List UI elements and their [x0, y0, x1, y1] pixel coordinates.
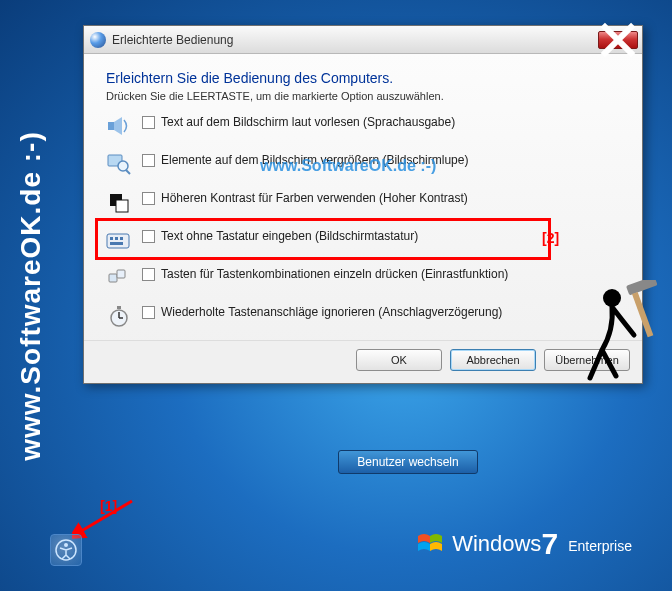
- svg-rect-10: [120, 237, 123, 240]
- checkbox[interactable]: [142, 154, 155, 167]
- close-button[interactable]: [598, 31, 638, 49]
- dialog-heading: Erleichtern Sie die Bedienung des Comput…: [106, 70, 620, 86]
- cancel-button[interactable]: Abbrechen: [450, 349, 536, 371]
- svg-rect-24: [632, 292, 653, 337]
- sticky-keys-icon: [106, 266, 132, 290]
- options-list: Text auf dem Bildschirm laut vorlesen (S…: [106, 114, 620, 328]
- brand-edition: Enterprise: [568, 538, 632, 554]
- speaker-icon: [106, 114, 132, 138]
- switch-user-button[interactable]: Benutzer wechseln: [338, 450, 478, 474]
- svg-point-22: [603, 289, 621, 307]
- stopwatch-icon: [106, 304, 132, 328]
- magnifier-icon: [106, 152, 132, 176]
- checkbox[interactable]: [142, 192, 155, 205]
- option-label: Wiederholte Tastenanschläge ignorieren (…: [161, 304, 502, 321]
- ease-of-access-icon: [90, 32, 106, 48]
- svg-rect-23: [626, 280, 658, 295]
- ok-button[interactable]: OK: [356, 349, 442, 371]
- svg-rect-0: [108, 122, 114, 130]
- svg-line-4: [126, 170, 130, 174]
- svg-rect-15: [117, 306, 121, 309]
- option-filter-keys[interactable]: Wiederholte Tastenanschläge ignorieren (…: [106, 304, 620, 328]
- windows-logo-icon: [416, 530, 444, 558]
- brand-name: Windows: [452, 531, 541, 556]
- svg-rect-7: [107, 234, 129, 248]
- close-icon: [599, 21, 637, 59]
- checkbox[interactable]: [142, 306, 155, 319]
- dialog-title: Erleichterte Bedienung: [112, 33, 598, 47]
- svg-marker-1: [114, 117, 122, 135]
- annotation-marker-1: [1]: [100, 498, 117, 514]
- keyboard-icon: [106, 228, 132, 252]
- option-label: Text ohne Tastatur eingeben (Bildschirmt…: [161, 228, 418, 245]
- option-sticky-keys[interactable]: Tasten für Tastenkombinationen einzeln d…: [106, 266, 620, 290]
- dialog-subheading: Drücken Sie die LEERTASTE, um die markie…: [106, 90, 620, 102]
- titlebar[interactable]: Erleichterte Bedienung: [84, 26, 642, 54]
- option-label: Text auf dem Bildschirm laut vorlesen (S…: [161, 114, 455, 131]
- windows-brand: Windows7 Enterprise: [416, 527, 632, 561]
- option-narrator[interactable]: Text auf dem Bildschirm laut vorlesen (S…: [106, 114, 620, 138]
- ease-of-access-button[interactable]: [50, 534, 82, 566]
- option-label: Tasten für Tastenkombinationen einzeln d…: [161, 266, 508, 283]
- checkbox[interactable]: [142, 268, 155, 281]
- hammer-figure-icon: [552, 280, 662, 390]
- svg-rect-9: [115, 237, 118, 240]
- checkbox[interactable]: [142, 116, 155, 129]
- svg-rect-12: [109, 274, 117, 282]
- option-label: Höheren Kontrast für Farben verwenden (H…: [161, 190, 468, 207]
- svg-rect-11: [110, 242, 123, 245]
- inline-watermark: www.SoftwareOK.de :-): [260, 157, 436, 175]
- svg-rect-8: [110, 237, 113, 240]
- sidebar-watermark: www.SoftwareOK.de :-): [15, 131, 47, 461]
- svg-rect-6: [116, 200, 128, 212]
- ease-of-access-icon: [55, 539, 77, 561]
- brand-version: 7: [541, 527, 558, 560]
- option-high-contrast[interactable]: Höheren Kontrast für Farben verwenden (H…: [106, 190, 620, 214]
- annotation-marker-2: [2]: [542, 230, 559, 246]
- svg-rect-13: [117, 270, 125, 278]
- contrast-icon: [106, 190, 132, 214]
- checkbox[interactable]: [142, 230, 155, 243]
- svg-point-21: [64, 543, 68, 547]
